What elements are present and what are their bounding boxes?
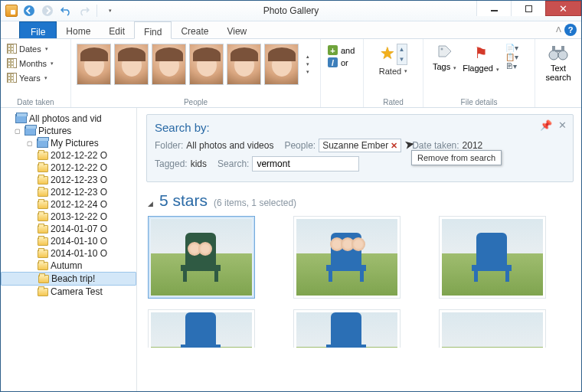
photo-thumb[interactable] bbox=[148, 216, 255, 299]
folder-icon bbox=[38, 225, 48, 234]
redo-button[interactable] bbox=[76, 2, 93, 19]
rated-button[interactable]: Rated▾ bbox=[379, 67, 407, 76]
tree-folder[interactable]: 2014-01-07 O bbox=[1, 223, 136, 235]
detail-small-3[interactable]: 🖹▾ bbox=[505, 62, 518, 70]
tags-button[interactable]: Tags ▾ bbox=[433, 44, 456, 73]
tree-folder[interactable]: 2014-01-10 O bbox=[1, 235, 136, 247]
svg-rect-5 bbox=[552, 46, 555, 51]
rated-label: Rated bbox=[379, 67, 401, 76]
person-thumb[interactable] bbox=[189, 44, 224, 85]
months-button[interactable]: Months▾ bbox=[4, 56, 67, 70]
group-label-rated: Rated bbox=[367, 96, 420, 107]
search-input[interactable] bbox=[252, 156, 359, 172]
content-area: All photos and vid ▢Pictures ▢My Picture… bbox=[1, 108, 581, 391]
tab-home[interactable]: Home bbox=[57, 21, 100, 38]
help-button[interactable]: ? bbox=[564, 24, 577, 36]
folder-tree[interactable]: All photos and vid ▢Pictures ▢My Picture… bbox=[1, 108, 137, 391]
svg-rect-7 bbox=[555, 50, 561, 52]
forward-button[interactable] bbox=[39, 2, 56, 19]
tree-folder-selected[interactable]: Beach trip! bbox=[1, 272, 136, 286]
tree-folder[interactable]: 2012-12-23 O bbox=[1, 174, 136, 186]
years-label: Years bbox=[19, 74, 41, 83]
people-scroll-down[interactable]: ▾ bbox=[306, 61, 309, 67]
photo-thumb[interactable] bbox=[148, 309, 255, 348]
tree-label: 2012-12-22 O bbox=[51, 150, 107, 161]
star-icon: ★ bbox=[380, 44, 395, 65]
tree-folder[interactable]: 2012-12-24 O bbox=[1, 198, 136, 211]
person-thumb[interactable] bbox=[114, 44, 149, 85]
collapse-icon[interactable]: ◢ bbox=[148, 200, 153, 207]
tree-label: Autumn bbox=[51, 260, 82, 271]
minimize-button[interactable] bbox=[476, 1, 511, 16]
detail-small-1[interactable]: 📄▾ bbox=[505, 44, 518, 52]
person-thumb[interactable] bbox=[152, 44, 186, 85]
tree-my-pictures[interactable]: ▢My Pictures bbox=[1, 137, 136, 149]
tree-label: 2012-12-23 O bbox=[51, 175, 107, 185]
person-thumb[interactable] bbox=[264, 44, 299, 85]
tree-label: Pictures bbox=[38, 126, 71, 136]
person-thumb[interactable] bbox=[227, 44, 261, 85]
folder-icon bbox=[38, 152, 48, 160]
rating-updown[interactable]: ▲▼ bbox=[397, 44, 407, 65]
folder-icon bbox=[38, 213, 48, 221]
flagged-button[interactable]: ⚑ Flagged ▾ bbox=[463, 44, 499, 73]
person-thumb[interactable] bbox=[77, 44, 111, 85]
tree-pictures[interactable]: ▢Pictures bbox=[1, 125, 136, 137]
app-window: ▾ Photo Gallery ✕ File Home Edit Find Cr… bbox=[0, 0, 582, 392]
file-tab[interactable]: File bbox=[19, 21, 57, 38]
tree-folder[interactable]: Autumn bbox=[1, 260, 136, 272]
or-button[interactable]: /or bbox=[328, 57, 356, 67]
window-controls: ✕ bbox=[476, 1, 581, 16]
close-button[interactable]: ✕ bbox=[545, 1, 581, 16]
folder-value: All photos and videos bbox=[186, 140, 273, 151]
back-button[interactable] bbox=[21, 2, 38, 19]
tree-folder[interactable]: 2013-12-22 O bbox=[1, 211, 136, 223]
and-label: and bbox=[341, 46, 355, 55]
title-bar: ▾ Photo Gallery ✕ bbox=[1, 1, 581, 21]
people-more[interactable]: ▾ bbox=[306, 69, 309, 75]
images-icon bbox=[37, 139, 48, 148]
plus-icon: + bbox=[328, 45, 338, 55]
tab-find[interactable]: Find bbox=[134, 21, 172, 39]
tab-edit[interactable]: Edit bbox=[100, 21, 134, 38]
tab-view[interactable]: View bbox=[217, 21, 256, 38]
separator bbox=[96, 5, 97, 17]
minimize-ribbon-icon[interactable]: ᐱ bbox=[556, 24, 561, 36]
folder-label: Folder: bbox=[155, 140, 183, 151]
tab-create[interactable]: Create bbox=[172, 21, 217, 38]
main-panel: 📌 ✕ Search by: Folder:All photos and vid… bbox=[137, 108, 581, 391]
detail-small-2[interactable]: 📋▾ bbox=[505, 53, 518, 61]
text-search-button[interactable]: Text search bbox=[538, 41, 578, 82]
tree-folder[interactable]: 2012-12-22 O bbox=[1, 149, 136, 162]
dates-button[interactable]: Dates▾ bbox=[4, 41, 67, 56]
people-label: People: bbox=[284, 140, 316, 151]
qat-customize[interactable]: ▾ bbox=[101, 2, 118, 19]
photo-thumb[interactable] bbox=[439, 216, 546, 299]
photo-thumb[interactable] bbox=[293, 309, 401, 348]
and-button[interactable]: +and bbox=[328, 45, 356, 55]
images-icon bbox=[25, 126, 36, 136]
tree-folder[interactable]: Camera Test bbox=[1, 286, 136, 298]
group-label bbox=[324, 96, 360, 107]
remove-chip-icon[interactable]: ✕ bbox=[391, 141, 397, 151]
flag-icon: ⚑ bbox=[474, 44, 488, 62]
thumbnail-grid-row2 bbox=[146, 309, 574, 348]
tree-folder[interactable]: 2012-12-23 O bbox=[1, 186, 136, 198]
close-panel-icon[interactable]: ✕ bbox=[558, 119, 567, 131]
tree-folder[interactable]: 2014-01-10 O bbox=[1, 247, 136, 260]
tree-label: 2012-12-24 O bbox=[51, 199, 107, 210]
tree-root[interactable]: All photos and vid bbox=[1, 113, 136, 125]
maximize-button[interactable] bbox=[511, 1, 545, 16]
group-label-filedetails: File details bbox=[427, 96, 531, 107]
group-file-details: Tags ▾ ⚑ Flagged ▾ 📄▾ 📋▾ 🖹▾ File details bbox=[423, 39, 535, 107]
folder-icon bbox=[38, 188, 48, 197]
photo-thumb[interactable] bbox=[293, 216, 401, 299]
tree-folder[interactable]: 2012-12-22 O bbox=[1, 162, 136, 174]
pin-icon[interactable]: 📌 bbox=[540, 119, 552, 131]
people-scroll-up[interactable]: ▴ bbox=[306, 54, 309, 60]
search-by-title: Search by: bbox=[155, 121, 565, 134]
photo-thumb[interactable] bbox=[439, 309, 546, 348]
undo-button[interactable] bbox=[57, 2, 74, 19]
years-button[interactable]: Years▾ bbox=[4, 70, 67, 85]
people-chip[interactable]: Suzanne Ember✕ bbox=[319, 139, 401, 152]
